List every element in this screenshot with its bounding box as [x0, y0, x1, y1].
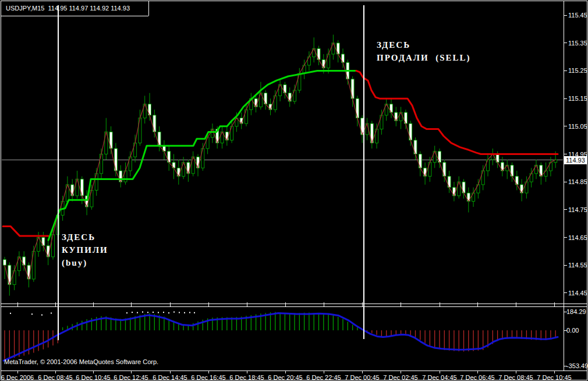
price-axis-label: 114.45	[568, 290, 587, 297]
sell-annotation-line: ПРОДАЛИ (SELL)	[377, 51, 471, 64]
indicator-axis-label: -353.49	[566, 362, 588, 369]
trend-line-down	[3, 226, 48, 236]
time-axis-label: 7 Dec 10:45	[531, 374, 578, 381]
metatrader-chart-window: USDJPY,M15 114.95 114.97 114.92 114.93 З…	[0, 0, 588, 381]
price-axis-label: 114.65	[568, 234, 587, 241]
current-price-tag: 114.93	[564, 156, 587, 164]
indicator-dot	[132, 312, 133, 313]
chart-canvas[interactable]	[0, 0, 588, 381]
price-axis-label: 114.85	[568, 178, 587, 185]
buy-annotation-line: (buy)	[62, 256, 108, 269]
price-axis-label: 115.45	[568, 12, 587, 19]
buy-annotation-line: КУПИЛИ	[62, 244, 108, 256]
price-axis-label: 115.25	[568, 67, 587, 74]
indicator-dot	[126, 312, 127, 313]
indicator-dot	[194, 312, 195, 313]
indicator-dot	[147, 312, 148, 313]
price-axis-label: 114.55	[568, 262, 587, 269]
indicator-dot	[168, 312, 169, 313]
indicator-dot	[41, 315, 42, 316]
price-axis-label: 115.15	[568, 95, 587, 102]
indicator-dot	[179, 312, 180, 313]
indicator-dot	[51, 312, 52, 313]
indicator-axis-label: 0.00	[566, 327, 579, 334]
indicator-dot	[173, 312, 175, 313]
indicator-dot	[10, 313, 11, 314]
copyright-text: MetaTrader, © 2001-2006 MetaQuotes Softw…	[4, 358, 158, 365]
bear-candle	[3, 260, 6, 266]
indicator-dot	[137, 312, 138, 313]
buy-annotation-line: ЗДЕСЬ	[62, 231, 108, 244]
price-axis-label: 115.35	[568, 40, 587, 47]
indicator-dot	[31, 313, 33, 315]
indicator-dot	[184, 312, 185, 313]
indicator-dot	[163, 312, 164, 313]
sell-annotation-line: ЗДЕСЬ	[377, 38, 471, 51]
chart-title: USDJPY,M15 114.95 114.97 114.92 114.93	[6, 5, 130, 12]
buy-annotation: ЗДЕСЬКУПИЛИ(buy)	[62, 231, 108, 269]
indicator-dot	[142, 312, 143, 313]
indicator-dot	[158, 312, 159, 313]
price-axis-label: 114.75	[568, 206, 587, 213]
price-axis-label: 115.05	[568, 123, 587, 130]
indicator-axis-label: 184.29	[566, 308, 586, 315]
indicator-dot	[153, 312, 154, 313]
sell-annotation: ЗДЕСЬПРОДАЛИ (SELL)	[377, 38, 471, 64]
indicator-histogram	[5, 312, 555, 359]
indicator-dot	[189, 312, 190, 313]
